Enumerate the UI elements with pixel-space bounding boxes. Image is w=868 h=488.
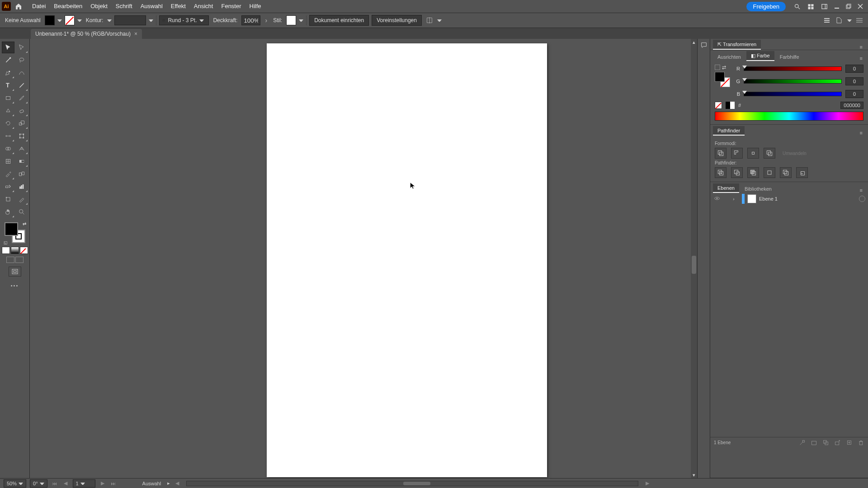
- document-tab-close-icon[interactable]: ×: [134, 31, 137, 37]
- brush-dropdown[interactable]: Rund - 3 Pt.: [159, 15, 209, 25]
- align-to-icon[interactable]: [425, 15, 434, 25]
- bw-swatch[interactable]: [726, 102, 735, 109]
- zoom-dropdown[interactable]: 50%: [4, 479, 26, 488]
- none-color-icon[interactable]: [715, 102, 722, 109]
- color-guide-tab[interactable]: Farbhilfe: [775, 52, 804, 61]
- layer-name[interactable]: Ebene 1: [759, 196, 856, 202]
- scroll-up-icon[interactable]: ▴: [691, 39, 697, 45]
- menu-hilfe[interactable]: Hilfe: [245, 0, 265, 13]
- shape-builder-tool[interactable]: [2, 143, 14, 155]
- mesh-tool[interactable]: [2, 155, 14, 167]
- r-value[interactable]: 0: [845, 65, 863, 73]
- opacity-input[interactable]: [241, 15, 260, 25]
- screen-mode-full[interactable]: [15, 257, 24, 263]
- pathfinder-tab[interactable]: Pathfinder: [713, 126, 745, 136]
- new-layer-icon[interactable]: [845, 439, 853, 446]
- window-restore-icon[interactable]: [844, 1, 854, 11]
- delete-layer-icon[interactable]: [857, 439, 864, 446]
- hscroll-right-icon[interactable]: ▶: [644, 480, 651, 487]
- horizontal-scrollbar[interactable]: [186, 481, 638, 486]
- lasso-tool[interactable]: [15, 54, 28, 66]
- paintbrush-tool[interactable]: [15, 92, 28, 104]
- swap-fill-stroke-icon[interactable]: ⇄: [23, 221, 26, 226]
- prev-artboard-icon[interactable]: ◀: [62, 480, 69, 487]
- pf-intersect[interactable]: [747, 148, 759, 159]
- artboard[interactable]: [267, 43, 547, 477]
- stroke-weight-dropdown[interactable]: [107, 18, 112, 23]
- pen-tool[interactable]: [2, 67, 14, 79]
- menu-fenster[interactable]: Fenster: [217, 0, 245, 13]
- layer-row[interactable]: › Ebene 1: [710, 193, 868, 205]
- eraser-tool[interactable]: [15, 105, 28, 117]
- direct-selection-tool[interactable]: [15, 42, 28, 53]
- menu-datei[interactable]: Datei: [28, 0, 50, 13]
- curvature-tool[interactable]: [15, 67, 28, 79]
- style-swatch[interactable]: [286, 15, 296, 25]
- default-fill-stroke-icon[interactable]: ◱: [4, 240, 8, 245]
- transform-panel-menu-icon[interactable]: ≡: [857, 44, 865, 50]
- menu-schrift[interactable]: Schrift: [112, 0, 137, 13]
- pf-expand-button[interactable]: Umwandeln: [783, 151, 807, 156]
- preferences-button[interactable]: Voreinstellungen: [372, 15, 422, 26]
- vertical-scrollbar[interactable]: ▴ ▾: [691, 39, 697, 478]
- window-minimize-icon[interactable]: [832, 1, 842, 11]
- fill-stroke-indicator[interactable]: ⇄ ◱: [5, 222, 25, 243]
- rectangle-tool[interactable]: [2, 92, 14, 104]
- pf-exclude[interactable]: [764, 148, 775, 159]
- canvas[interactable]: ▴ ▾: [30, 39, 697, 478]
- share-button[interactable]: Freigeben: [746, 2, 786, 11]
- menu-objekt[interactable]: Objekt: [86, 0, 112, 13]
- panel-menu-icon[interactable]: [854, 15, 864, 25]
- color-mode-none[interactable]: [20, 247, 28, 254]
- scroll-down-icon[interactable]: ▾: [691, 472, 697, 478]
- menu-effekt[interactable]: Effekt: [167, 0, 190, 13]
- document-setup-button[interactable]: Dokument einrichten: [309, 15, 369, 26]
- arrange-documents-icon[interactable]: [805, 0, 816, 12]
- comments-panel-icon[interactable]: [700, 42, 708, 50]
- slice-tool[interactable]: [15, 193, 28, 205]
- free-transform-tool[interactable]: [15, 130, 28, 142]
- fill-active-icon[interactable]: [715, 65, 720, 70]
- layers-panel-menu-icon[interactable]: ≡: [857, 188, 865, 193]
- draw-mode-button[interactable]: [9, 267, 21, 277]
- fill-dropdown-icon[interactable]: [57, 18, 62, 23]
- pathfinder-panel-menu-icon[interactable]: ≡: [857, 130, 865, 136]
- collect-for-export-icon[interactable]: [810, 439, 817, 446]
- hex-input[interactable]: 000000: [840, 102, 863, 109]
- locate-object-icon[interactable]: [798, 439, 806, 446]
- document-tab[interactable]: Unbenannt-1* @ 50 % (RGB/Vorschau) ×: [31, 29, 142, 39]
- type-tool[interactable]: T: [2, 80, 14, 91]
- window-close-icon[interactable]: [855, 1, 865, 11]
- g-value[interactable]: 0: [845, 77, 863, 85]
- layer-target-icon[interactable]: [859, 196, 865, 202]
- pf-trim[interactable]: [731, 167, 743, 178]
- style-dropdown-icon[interactable]: [299, 18, 303, 23]
- stroke-swatch[interactable]: [65, 15, 75, 25]
- zoom-tool[interactable]: [15, 206, 28, 218]
- scale-tool[interactable]: [15, 117, 28, 129]
- color-spectrum[interactable]: [715, 112, 863, 121]
- pf-crop[interactable]: [764, 167, 775, 178]
- pf-unite[interactable]: [715, 148, 726, 159]
- eyedropper-tool[interactable]: [2, 168, 14, 180]
- screen-mode-normal[interactable]: [6, 257, 14, 263]
- edit-toolbar-icon[interactable]: •••: [11, 283, 19, 288]
- magic-wand-tool[interactable]: [2, 54, 14, 66]
- artboard-tool[interactable]: [2, 193, 14, 205]
- color-panel-menu-icon[interactable]: ≡: [857, 56, 865, 61]
- pf-minus-front[interactable]: [731, 148, 743, 159]
- color-mode-solid[interactable]: [2, 247, 10, 254]
- menu-auswahl[interactable]: Auswahl: [137, 0, 167, 13]
- perspective-grid-tool[interactable]: [15, 143, 28, 155]
- vertical-scrollbar-thumb[interactable]: [692, 256, 696, 274]
- horizontal-scrollbar-thumb[interactable]: [403, 482, 430, 485]
- menu-bearbeiten[interactable]: Bearbeiten: [50, 0, 86, 13]
- symbol-sprayer-tool[interactable]: [2, 181, 14, 192]
- rotate-tool[interactable]: [2, 117, 14, 129]
- hscroll-left-icon[interactable]: ◀: [174, 480, 181, 487]
- transform-tab[interactable]: ⇱Transformieren: [713, 40, 761, 50]
- layer-expand-icon[interactable]: ›: [733, 196, 739, 202]
- select-similar-dropdown[interactable]: [847, 18, 852, 23]
- new-sublayer-icon[interactable]: [834, 439, 841, 446]
- next-artboard-icon[interactable]: ▶: [99, 480, 106, 487]
